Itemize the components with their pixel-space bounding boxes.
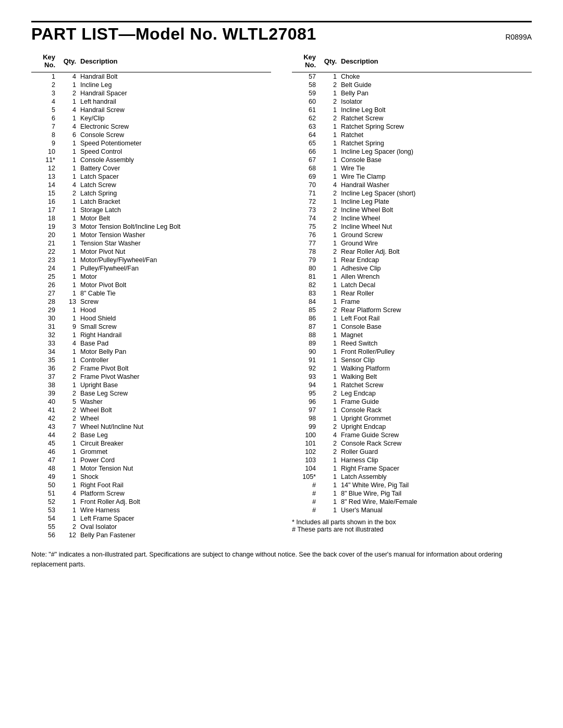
part-desc: Choke <box>339 72 532 81</box>
table-row: 68 1 Wire Tie <box>292 164 532 172</box>
col-header-desc-left: Description <box>78 52 271 72</box>
part-qty: 1 <box>57 356 78 364</box>
table-row: 92 1 Walking Platform <box>292 364 532 373</box>
part-desc: Walking Belt <box>339 373 532 381</box>
part-qty: 4 <box>57 106 78 114</box>
part-key: 9 <box>31 139 57 147</box>
part-desc: Left handrail <box>78 97 271 106</box>
part-key: 96 <box>292 398 318 406</box>
part-key: 23 <box>31 256 57 264</box>
table-row: 17 1 Storage Latch <box>31 206 271 214</box>
part-desc: Wire Tie Clamp <box>339 172 532 181</box>
part-desc: Wheel <box>78 414 271 423</box>
part-key: 38 <box>31 381 57 389</box>
table-row: 35 1 Controller <box>31 356 271 364</box>
part-qty: 2 <box>318 189 339 198</box>
model-code: R0899A <box>505 33 532 41</box>
table-row: 62 2 Ratchet Screw <box>292 114 532 122</box>
part-desc: Wheel Nut/Incline Nut <box>78 423 271 431</box>
part-qty: 4 <box>57 181 78 189</box>
part-key: 87 <box>292 323 318 331</box>
table-row: 93 1 Walking Belt <box>292 373 532 381</box>
part-qty: 1 <box>57 214 78 223</box>
part-desc: Console Base <box>339 156 532 164</box>
part-key: 32 <box>31 331 57 339</box>
part-desc: Handrail Spacer <box>78 89 271 97</box>
part-qty: 2 <box>57 373 78 381</box>
part-qty: 1 <box>318 122 339 131</box>
col-header-qty-right: Qty. <box>318 52 339 72</box>
part-key: 99 <box>292 423 318 431</box>
part-desc: Platform Screw <box>78 489 271 498</box>
part-desc: Incline Leg Spacer (short) <box>339 189 532 198</box>
table-row: 4 1 Left handrail <box>31 97 271 106</box>
table-row: 24 1 Pulley/Flywheel/Fan <box>31 264 271 273</box>
table-row: 15 2 Latch Spring <box>31 189 271 198</box>
part-desc: 14" White Wire, Pig Tail <box>339 481 532 489</box>
table-row: 50 1 Right Foot Rail <box>31 481 271 489</box>
part-key: 93 <box>292 373 318 381</box>
table-row: 21 1 Tension Star Washer <box>31 239 271 248</box>
table-row: 23 1 Motor/Pulley/Flywheel/Fan <box>31 256 271 264</box>
part-qty: 2 <box>57 189 78 198</box>
table-row: 53 1 Wire Harness <box>31 506 271 514</box>
part-key: # <box>292 498 318 506</box>
part-qty: 1 <box>57 448 78 456</box>
part-desc: Allen Wrench <box>339 273 532 281</box>
part-qty: 1 <box>57 439 78 448</box>
table-row: 79 1 Rear Endcap <box>292 256 532 264</box>
part-key: 35 <box>31 356 57 364</box>
part-qty: 1 <box>318 256 339 264</box>
part-qty: 1 <box>57 164 78 172</box>
part-key: 15 <box>31 189 57 198</box>
part-qty: 1 <box>57 248 78 256</box>
part-desc: Latch Screw <box>78 181 271 189</box>
table-row: 42 2 Wheel <box>31 414 271 423</box>
part-qty: 1 <box>318 473 339 481</box>
part-qty: 1 <box>318 72 339 81</box>
part-qty: 1 <box>318 231 339 239</box>
part-qty: 1 <box>318 172 339 181</box>
part-qty: 1 <box>318 331 339 339</box>
part-qty: 1 <box>57 264 78 273</box>
table-row: 48 1 Motor Tension Nut <box>31 464 271 473</box>
table-row: 20 1 Motor Tension Washer <box>31 231 271 239</box>
part-qty: 1 <box>318 348 339 356</box>
part-key: 37 <box>31 373 57 381</box>
part-desc: Rear Endcap <box>339 256 532 264</box>
table-row: 101 2 Console Rack Screw <box>292 439 532 448</box>
part-qty: 1 <box>318 456 339 464</box>
part-desc: Handrail Screw <box>78 106 271 114</box>
part-key: 89 <box>292 339 318 348</box>
part-key: 22 <box>31 248 57 256</box>
part-qty: 1 <box>57 206 78 214</box>
table-row: 102 2 Roller Guard <box>292 448 532 456</box>
part-desc: Hood Shield <box>78 314 271 323</box>
part-desc: Latch Bracket <box>78 198 271 206</box>
right-column: Key No. Qty. Description 57 1 Choke 58 2… <box>292 52 532 539</box>
part-desc: Motor Belly Pan <box>78 348 271 356</box>
part-key: 105* <box>292 473 318 481</box>
table-row: # 1 14" White Wire, Pig Tail <box>292 481 532 489</box>
part-qty: 1 <box>318 339 339 348</box>
part-qty: 1 <box>57 281 78 289</box>
table-row: 40 5 Washer <box>31 398 271 406</box>
part-key: 11* <box>31 156 57 164</box>
table-row: 3 2 Handrail Spacer <box>31 89 271 97</box>
part-key: 70 <box>292 181 318 189</box>
table-row: 19 3 Motor Tension Bolt/Incline Leg Bolt <box>31 223 271 231</box>
table-row: 105* 1 Latch Assembly <box>292 473 532 481</box>
part-key: 76 <box>292 231 318 239</box>
inline-note-2: # These parts are not illustrated <box>292 526 532 533</box>
table-row: 26 1 Motor Pivot Bolt <box>31 281 271 289</box>
page-title: PART LIST—Model No. WLTL27081 <box>31 24 316 44</box>
part-qty: 2 <box>57 431 78 439</box>
part-qty: 1 <box>57 506 78 514</box>
part-desc: Base Leg <box>78 431 271 439</box>
part-desc: Front Roller/Pulley <box>339 348 532 356</box>
part-qty: 1 <box>57 273 78 281</box>
part-key: 12 <box>31 164 57 172</box>
part-key: 1 <box>31 72 57 81</box>
table-row: 2 1 Incline Leg <box>31 81 271 89</box>
part-key: 39 <box>31 389 57 398</box>
